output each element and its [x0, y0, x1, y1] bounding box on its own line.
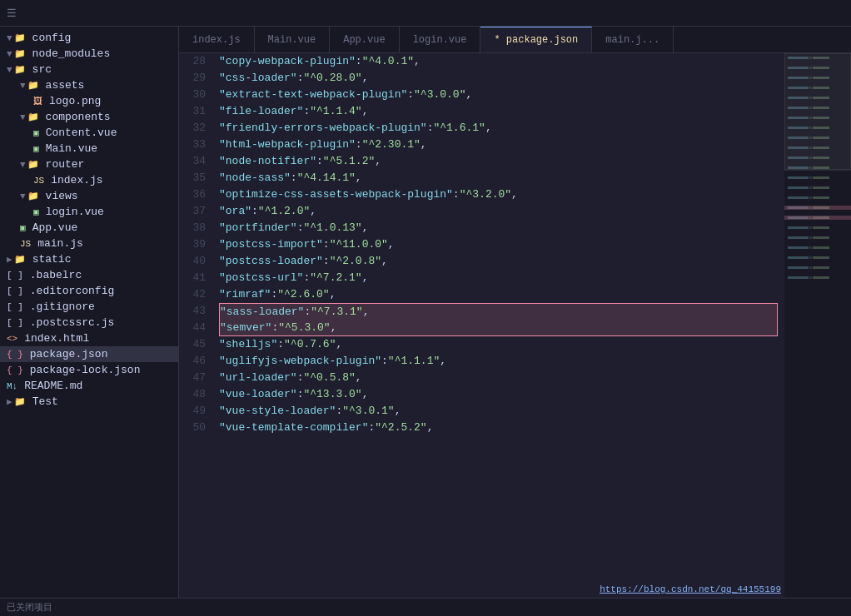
- editor-area: index.jsMain.vueApp.vuelogin.vue* packag…: [179, 27, 851, 598]
- code-key: "url-loader": [219, 370, 297, 386]
- tab-login-vue[interactable]: login.vue: [400, 27, 481, 52]
- code-line-42: "rimraf": "^2.6.0",: [219, 286, 778, 303]
- code-val: "^1.2.0": [258, 203, 310, 220]
- line-number-28: 28: [186, 53, 206, 70]
- sidebar-item-Test[interactable]: ▶📁Test: [0, 394, 178, 410]
- sidebar-toggle[interactable]: ☰: [0, 0, 23, 26]
- code-val: "^5.3.0": [278, 320, 330, 336]
- code-val: "^7.3.1": [311, 304, 362, 320]
- tab-bar: ☰: [0, 0, 851, 27]
- code-line-35: "node-sass": "^4.14.1",: [219, 170, 778, 186]
- sidebar-item-index-html[interactable]: <>index.html: [0, 330, 178, 346]
- code-val: "^5.1.2": [323, 153, 375, 170]
- sidebar-label: package.json: [30, 348, 108, 360]
- sidebar-label: logo.png: [49, 95, 101, 107]
- code-line-49: "vue-style-loader": "^3.0.1",: [219, 403, 778, 420]
- code-line-41: "postcss-url": "^7.2.1",: [219, 270, 778, 286]
- line-number-42: 42: [186, 286, 206, 303]
- code-line-39: "postcss-import": "^11.0.0",: [219, 236, 778, 253]
- sidebar-label: index.js: [51, 174, 102, 186]
- sidebar-item-assets[interactable]: ▼📁assets: [0, 77, 178, 93]
- sidebar-item-views[interactable]: ▼📁views: [0, 188, 178, 204]
- sidebar-item-App-vue[interactable]: ▣App.vue: [0, 220, 178, 236]
- sidebar-item--gitignore[interactable]: [ ].gitignore: [0, 299, 178, 315]
- line-number-47: 47: [186, 370, 206, 386]
- sidebar-item-package-lock-json[interactable]: { }package-lock.json: [0, 362, 178, 378]
- sidebar-label: static: [32, 253, 72, 266]
- code-val: "^7.2.1": [310, 270, 361, 286]
- code-val: "^0.7.6": [284, 336, 336, 353]
- code-line-37: "ora": "^1.2.0",: [219, 203, 778, 220]
- code-line-34: "node-notifier": "^5.1.2",: [219, 153, 778, 170]
- line-number-44: 44: [186, 320, 206, 336]
- tab-package-json[interactable]: * package.json: [480, 27, 592, 52]
- code-key: "optimize-css-assets-webpack-plugin": [219, 186, 453, 203]
- sidebar-item-config[interactable]: ▼📁config: [0, 30, 178, 46]
- line-number-40: 40: [186, 253, 206, 270]
- code-key: "uglifyjs-webpack-plugin": [219, 353, 381, 370]
- sidebar-item-Main-vue[interactable]: ▣Main.vue: [0, 141, 178, 156]
- line-number-34: 34: [186, 153, 206, 170]
- code-val: "^0.28.0": [303, 70, 361, 87]
- sidebar-item-main-js[interactable]: JSmain.js: [0, 236, 178, 251]
- code-key: "rimraf": [219, 286, 271, 303]
- code-content[interactable]: "copy-webpack-plugin": "^4.0.1","css-loa…: [212, 53, 784, 598]
- sidebar-label: .gitignore: [30, 301, 95, 313]
- minimap: [784, 53, 851, 598]
- code-line-45: "shelljs": "^0.7.6",: [219, 336, 778, 353]
- sidebar-item-index-js[interactable]: JSindex.js: [0, 172, 178, 188]
- sidebar-item-logo-png[interactable]: 🖼logo.png: [0, 93, 178, 109]
- code-key: "extract-text-webpack-plugin": [219, 87, 407, 103]
- sidebar-item--postcssrc-js[interactable]: [ ].postcssrc.js: [0, 315, 178, 330]
- code-key: "vue-template-compiler": [219, 420, 368, 436]
- sidebar-item-node-modules[interactable]: ▼📁node_modules: [0, 46, 178, 62]
- code-val: "^3.2.0": [460, 186, 511, 203]
- code-key: "ora": [219, 203, 251, 220]
- line-numbers: 2829303132333435363738394041424344454647…: [179, 53, 212, 598]
- code-line-31: "file-loader": "^1.1.4",: [219, 103, 778, 120]
- line-number-37: 37: [186, 203, 206, 220]
- sidebar-item--babelrc[interactable]: [ ].babelrc: [0, 267, 178, 283]
- code-val: "^1.6.1": [433, 120, 485, 137]
- code-line-44: "semver": "^5.3.0",: [219, 320, 778, 336]
- code-line-36: "optimize-css-assets-webpack-plugin": "^…: [219, 186, 778, 203]
- sidebar-item--editorconfig[interactable]: [ ].editorconfig: [0, 283, 178, 299]
- sidebar-label: README.md: [24, 380, 82, 392]
- code-key: "copy-webpack-plugin": [219, 53, 356, 70]
- sidebar-item-components[interactable]: ▼📁components: [0, 109, 178, 125]
- sidebar-item-README-md[interactable]: M↓README.md: [0, 378, 178, 394]
- sidebar: ▼📁config▼📁node_modules▼📁src▼📁assets🖼logo…: [0, 27, 179, 598]
- tab-main-vue[interactable]: Main.vue: [255, 27, 331, 52]
- code-val: "^0.5.8": [303, 370, 355, 386]
- code-key: "semver": [220, 320, 271, 336]
- sidebar-label: views: [46, 190, 78, 202]
- sidebar-item-login-vue[interactable]: ▣login.vue: [0, 204, 178, 220]
- sidebar-item-static[interactable]: ▶📁static: [0, 251, 178, 267]
- sidebar-item-src[interactable]: ▼📁src: [0, 62, 178, 77]
- line-number-49: 49: [186, 403, 206, 420]
- sidebar-label: Content.vue: [46, 127, 117, 139]
- code-key: "sass-loader": [220, 304, 304, 320]
- sidebar-item-Content-vue[interactable]: ▣Content.vue: [0, 125, 178, 141]
- line-number-48: 48: [186, 386, 206, 403]
- sidebar-label: login.vue: [46, 206, 104, 218]
- status-bar: 已关闭项目: [0, 598, 851, 616]
- code-val: "^3.0.1": [342, 403, 394, 420]
- tab-index-js[interactable]: index.js: [179, 27, 255, 52]
- code-val: "^2.30.1": [362, 137, 421, 153]
- sidebar-item-package-json[interactable]: { }package.json: [0, 346, 178, 362]
- sidebar-item-router[interactable]: ▼📁router: [0, 156, 178, 172]
- code-line-48: "vue-loader": "^13.3.0",: [219, 386, 778, 403]
- tab-main-js[interactable]: main.j...: [592, 27, 674, 52]
- sidebar-label: package-lock.json: [30, 364, 141, 376]
- code-val: "^1.1.4": [310, 103, 361, 120]
- code-val: "^3.0.0": [414, 87, 465, 103]
- sidebar-label: assets: [46, 79, 85, 92]
- code-key: "vue-loader": [219, 386, 297, 403]
- line-number-30: 30: [186, 87, 206, 103]
- tab-app-vue[interactable]: App.vue: [330, 27, 399, 52]
- sidebar-label: components: [46, 111, 111, 123]
- status-text: 已关闭项目: [7, 601, 52, 614]
- sidebar-label: config: [32, 32, 72, 44]
- code-line-46: "uglifyjs-webpack-plugin": "^1.1.1",: [219, 353, 778, 370]
